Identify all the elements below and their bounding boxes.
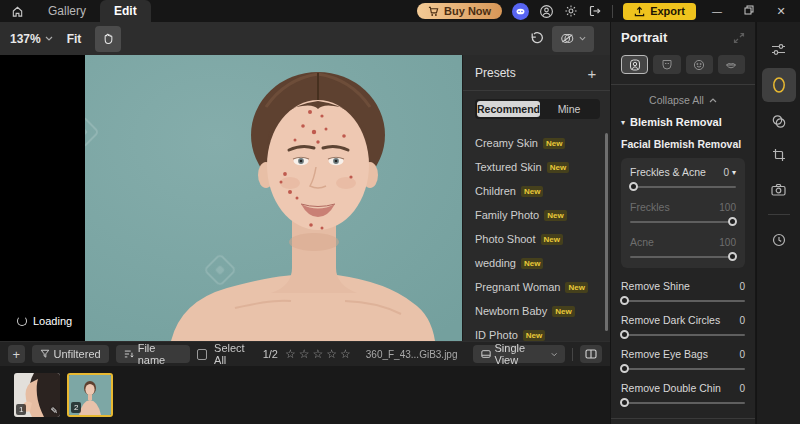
preset-name: Photo Shoot (475, 233, 536, 245)
filmstrip: 1 ✎ 2 (0, 366, 610, 424)
section-blemish-removal[interactable]: ▾ Blemish Removal (621, 116, 745, 128)
portrait-category-tabs (621, 55, 745, 74)
preset-item[interactable]: Pregnant WomanNew (475, 277, 600, 297)
select-all-checkbox[interactable] (197, 349, 207, 360)
star-icon[interactable]: ☆ (312, 347, 323, 361)
slider-track[interactable] (630, 221, 736, 223)
minimize-button[interactable]: — (706, 5, 728, 18)
buy-now-label: Buy Now (444, 5, 491, 17)
view-mode-dropdown[interactable]: Single View (473, 345, 566, 363)
compare-original-button[interactable] (552, 26, 594, 52)
filter-button[interactable]: Unfiltered (32, 345, 109, 363)
slider-knob[interactable] (620, 296, 629, 305)
preset-item[interactable]: weddingNew (475, 253, 600, 273)
split-view-button[interactable] (580, 345, 602, 363)
thumbnail-1[interactable]: 1 ✎ (14, 373, 60, 417)
slider-track[interactable] (621, 334, 745, 336)
slider-knob[interactable] (728, 252, 737, 261)
sort-icon (124, 349, 134, 359)
collapse-all-label: Collapse All (649, 94, 704, 106)
chevron-down-icon (45, 36, 53, 41)
slider-label: Remove Dark Circles (621, 314, 720, 326)
tab-face-retouch[interactable] (621, 55, 648, 74)
share-icon[interactable] (588, 4, 602, 18)
account-icon[interactable] (539, 4, 554, 19)
zoom-level-dropdown[interactable]: 137% (10, 32, 53, 46)
preset-name: ID Photo (475, 329, 518, 341)
slider-knob[interactable] (728, 217, 737, 226)
tab-edit[interactable]: Edit (100, 0, 151, 22)
tab-mine[interactable]: Mine (540, 101, 598, 117)
fit-button[interactable]: Fit (67, 32, 82, 46)
preset-item[interactable]: Photo ShootNew (475, 229, 600, 249)
home-button[interactable] (0, 5, 34, 18)
slider-knob[interactable] (620, 330, 629, 339)
slider-track[interactable] (630, 256, 736, 258)
slider-row-freckles: Freckles 100 (630, 201, 736, 223)
star-icon[interactable]: ☆ (340, 347, 351, 361)
collapse-all-button[interactable]: Collapse All (621, 94, 745, 106)
buy-now-button[interactable]: Buy Now (417, 3, 502, 19)
divider (611, 84, 755, 85)
tab-skin[interactable] (653, 55, 680, 74)
rail-history-button[interactable] (762, 225, 796, 255)
tab-mouth-teeth[interactable] (718, 55, 745, 74)
slider-knob[interactable] (620, 364, 629, 373)
new-badge: New (544, 210, 566, 221)
canvas[interactable]: Loading (0, 55, 462, 341)
thumbnail-index-badge: 1 (16, 404, 26, 415)
slider-value-dropdown[interactable]: 0 ▾ (723, 167, 736, 178)
freckles-acne-card: Freckles & Acne 0 ▾ Freckles 100 Acne (621, 158, 745, 268)
tab-recommend[interactable]: Recommend (477, 101, 540, 117)
caret-down-icon: ▾ (732, 168, 736, 177)
settings-gear-icon[interactable] (564, 4, 578, 18)
discord-icon[interactable] (512, 3, 529, 20)
slider-knob[interactable] (620, 398, 629, 407)
export-button[interactable]: Export (623, 3, 696, 20)
add-photo-button[interactable]: + (8, 345, 25, 363)
export-label: Export (650, 5, 685, 17)
restore-button[interactable] (738, 5, 760, 18)
zoom-level-value: 137% (10, 32, 41, 46)
rail-camera-button[interactable] (762, 174, 796, 204)
cart-icon (428, 6, 439, 17)
rail-crop-button[interactable] (762, 140, 796, 170)
slider-track[interactable] (621, 300, 745, 302)
rail-color-button[interactable] (762, 106, 796, 136)
slider-track[interactable] (630, 186, 736, 188)
slider-row-remove-shine: Remove Shine 0 (621, 280, 745, 302)
rail-portrait-button[interactable] (762, 68, 796, 102)
hand-tool-button[interactable] (95, 26, 121, 52)
slider-knob[interactable] (629, 182, 638, 191)
tab-gallery[interactable]: Gallery (34, 0, 100, 22)
slider-track[interactable] (621, 368, 745, 370)
preset-item[interactable]: Creamy SkinNew (475, 133, 600, 153)
thumbnail-2[interactable]: 2 (67, 373, 113, 417)
section-caret-icon: ▾ (621, 118, 625, 127)
star-icon[interactable]: ☆ (326, 347, 337, 361)
star-rating[interactable]: ☆ ☆ ☆ ☆ ☆ (285, 347, 351, 361)
new-badge: New (541, 234, 563, 245)
preset-name: Family Photo (475, 209, 539, 221)
close-button[interactable]: ✕ (770, 5, 792, 18)
sort-button[interactable]: File name (116, 345, 190, 363)
divider (572, 348, 573, 361)
preset-item[interactable]: Textured SkinNew (475, 157, 600, 177)
undo-button[interactable] (529, 31, 544, 46)
new-badge: New (543, 138, 565, 149)
new-badge: New (521, 186, 543, 197)
slider-track[interactable] (621, 402, 745, 404)
preset-item[interactable]: Family PhotoNew (475, 205, 600, 225)
add-preset-button[interactable]: + (584, 65, 600, 82)
tab-expression[interactable] (686, 55, 713, 74)
star-icon[interactable]: ☆ (285, 347, 296, 361)
presets-scrollbar[interactable] (605, 133, 608, 331)
preset-item[interactable]: Newborn BabyNew (475, 301, 600, 321)
preset-item[interactable]: ChildrenNew (475, 181, 600, 201)
toolbar-right (529, 26, 600, 52)
star-icon[interactable]: ☆ (299, 347, 310, 361)
rail-adjustments-button[interactable] (762, 34, 796, 64)
chevron-down-icon (551, 352, 557, 357)
expand-panel-icon[interactable] (733, 32, 745, 44)
preset-name: Textured Skin (475, 161, 542, 173)
